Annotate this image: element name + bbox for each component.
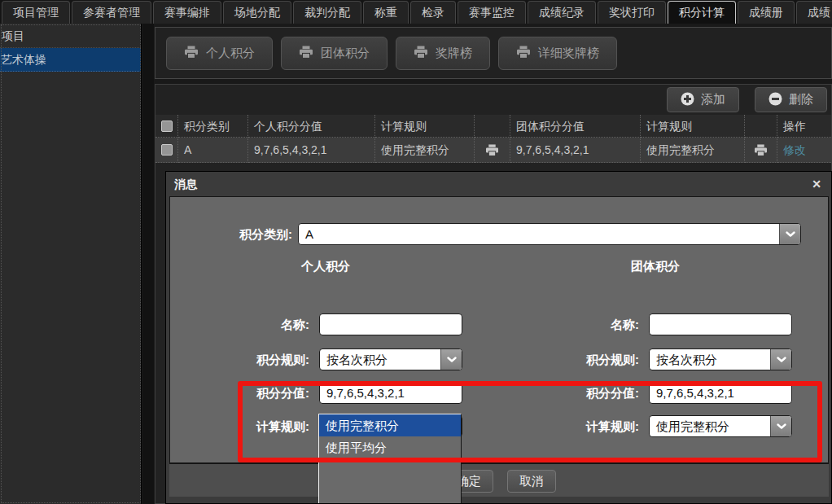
team-rule-select[interactable]: 按名次积分 (649, 348, 792, 370)
tab-points-calculation[interactable]: 积分计算 (668, 1, 736, 24)
select-all-cell (155, 115, 178, 138)
tab-project-management[interactable]: 项目管理 (2, 1, 70, 24)
printer-icon (516, 46, 531, 61)
sidebar-item-rhythmic-gymnastics[interactable]: 艺术体操 (0, 48, 141, 72)
personal-name-input[interactable] (319, 313, 462, 335)
button-label: 删除 (789, 92, 813, 107)
close-icon[interactable]: ✕ (812, 172, 823, 196)
printer-icon (299, 46, 313, 61)
personal-points-heading: 个人积分 (301, 259, 350, 274)
select-all-checkbox[interactable] (161, 121, 173, 132)
minus-circle-icon (769, 92, 782, 108)
header-actions: 操作 (777, 115, 832, 138)
print-personal-points-button[interactable]: 个人积分 (166, 37, 273, 70)
sidebar-splitter[interactable] (142, 24, 154, 504)
cancel-button[interactable]: 取消 (507, 470, 556, 493)
print-detailed-medal-table-button[interactable]: 详细奖牌榜 (498, 37, 617, 70)
personal-name-label: 名称: (170, 313, 309, 335)
print-personal-row-button[interactable] (475, 138, 510, 163)
dialog-title-bar[interactable]: 消息 ✕ (166, 172, 831, 196)
header-personal-values: 个人积分分值 (248, 115, 375, 138)
team-name-label: 名称: (500, 313, 639, 335)
cell-team-rule: 使用完整积分 (641, 138, 745, 163)
dialog-title: 消息 (174, 172, 197, 196)
cell-personal-rule: 使用完整积分 (375, 138, 475, 163)
tab-event-monitoring[interactable]: 赛事监控 (458, 1, 526, 24)
top-tab-bar: 项目管理 参赛者管理 赛事编排 场地分配 裁判分配 称重 检录 赛事监控 成绩纪… (0, 0, 832, 24)
row-select-cell (155, 138, 178, 163)
team-points-input[interactable] (649, 382, 792, 404)
tab-check-in[interactable]: 检录 (410, 1, 456, 24)
option-average-points[interactable]: 使用平均分 (319, 436, 461, 458)
add-button[interactable]: 添加 (667, 87, 739, 112)
modify-link[interactable]: 修改 (777, 138, 832, 163)
personal-rule-select[interactable]: 按名次积分 (319, 348, 462, 370)
print-medal-table-button[interactable]: 奖牌榜 (396, 37, 490, 70)
cell-category: A (178, 138, 248, 163)
tab-participant-management[interactable]: 参赛者管理 (72, 1, 151, 24)
tab-event-scheduling[interactable]: 赛事编排 (153, 1, 221, 24)
printer-icon (414, 46, 428, 61)
print-team-row-button[interactable] (745, 138, 777, 163)
team-calc-value: 使用完整积分 (650, 416, 770, 436)
header-personal-print (475, 115, 510, 138)
team-rule-value: 按名次积分 (650, 349, 770, 370)
row-checkbox[interactable] (161, 144, 173, 156)
chevron-down-icon (440, 349, 462, 370)
team-calc-select[interactable]: 使用完整积分 (649, 415, 792, 437)
delete-button[interactable]: 删除 (755, 87, 827, 112)
tab-weigh-in[interactable]: 称重 (363, 1, 409, 24)
option-full-points[interactable]: 使用完整积分 (319, 414, 461, 436)
print-toolbar: 个人积分 团体积分 奖牌榜 详细奖牌榜 (155, 27, 832, 79)
button-label: 团体积分 (321, 46, 370, 61)
personal-rule-label: 积分规则: (170, 348, 309, 370)
personal-points-input[interactable] (319, 382, 462, 404)
header-personal-rule: 计算规则 (375, 115, 475, 138)
sidebar: 项目 艺术体操 (0, 24, 142, 504)
personal-points-label: 积分分值: (170, 382, 309, 404)
message-dialog: 消息 ✕ 积分类别: A 个人积分 团体积分 名称: 名称: 积分规则: 按名次… (165, 171, 832, 504)
tab-certificate-printing[interactable]: 奖状打印 (598, 1, 666, 24)
sidebar-header-projects: 项目 (0, 24, 141, 48)
team-name-input[interactable] (649, 313, 792, 335)
header-team-values: 团体积分分值 (510, 115, 641, 138)
printer-icon (184, 46, 199, 61)
team-rule-label: 积分规则: (500, 348, 639, 370)
plus-circle-icon (681, 92, 694, 108)
team-points-heading: 团体积分 (631, 259, 680, 274)
app-window: 项目管理 参赛者管理 赛事编排 场地分配 裁判分配 称重 检录 赛事监控 成绩纪… (0, 0, 832, 504)
personal-calc-label: 计算规则: (170, 415, 309, 437)
personal-rule-value: 按名次积分 (320, 349, 440, 370)
header-team-print (745, 115, 777, 138)
table-row: A 9,7,6,5,4,3,2,1 使用完整积分 9,7,6,5,4,3,2,1… (155, 138, 831, 163)
tab-results-truncated[interactable]: 成绩 (796, 1, 832, 24)
button-label: 奖牌榜 (436, 46, 472, 61)
cell-team-values: 9,7,6,5,4,3,2,1 (510, 138, 641, 163)
cell-personal-values: 9,7,6,5,4,3,2,1 (248, 138, 375, 163)
button-label: 个人积分 (206, 46, 255, 61)
chevron-down-icon (770, 349, 791, 370)
tab-results-book[interactable]: 成绩册 (738, 1, 795, 24)
category-select[interactable]: A (298, 223, 801, 245)
print-team-points-button[interactable]: 团体积分 (281, 37, 388, 70)
calc-rule-options-list: 使用完整积分 使用平均分 (318, 414, 462, 504)
header-team-rule: 计算规则 (641, 115, 745, 138)
table-header-row: 积分类别 个人积分分值 计算规则 团体积分分值 计算规则 操作 (155, 115, 831, 138)
header-category: 积分类别 (178, 115, 248, 138)
dialog-body: 积分类别: A 个人积分 团体积分 名称: 名称: 积分规则: 按名次积分 积分… (169, 196, 829, 463)
dialog-footer: 确定 取消 (169, 463, 829, 497)
table-controls: 添加 删除 (155, 85, 831, 115)
tab-venue-assignment[interactable]: 场地分配 (223, 1, 291, 24)
button-label: 添加 (701, 92, 725, 107)
button-label: 详细奖牌榜 (538, 46, 599, 61)
category-select-value: A (299, 224, 779, 244)
tab-referee-assignment[interactable]: 裁判分配 (293, 1, 361, 24)
chevron-down-icon (779, 224, 800, 244)
team-points-label: 积分分值: (500, 382, 639, 404)
tab-score-record[interactable]: 成绩纪录 (528, 1, 596, 24)
category-label: 积分类别: (170, 223, 292, 245)
chevron-down-icon (770, 416, 791, 436)
team-calc-label: 计算规则: (500, 415, 639, 437)
